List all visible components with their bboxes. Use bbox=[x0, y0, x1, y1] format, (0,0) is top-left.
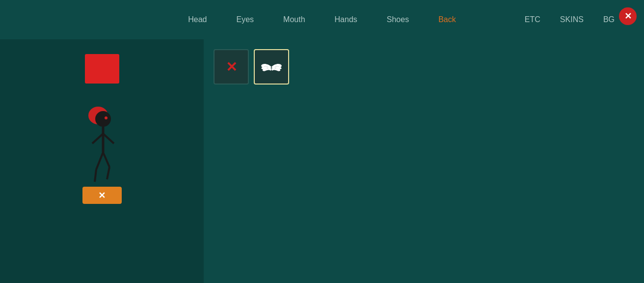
svg-line-6 bbox=[96, 152, 103, 170]
item-wing[interactable] bbox=[254, 49, 289, 85]
item-grid: ✕ bbox=[214, 49, 634, 85]
svg-line-5 bbox=[103, 134, 114, 143]
svg-point-1 bbox=[95, 111, 111, 127]
nav-hands[interactable]: Hands bbox=[335, 15, 357, 24]
nav-head[interactable]: Head bbox=[188, 15, 207, 24]
svg-line-9 bbox=[95, 170, 96, 182]
close-button[interactable] bbox=[619, 7, 637, 25]
nav-eyes[interactable]: Eyes bbox=[237, 15, 254, 24]
nav-etc[interactable]: ETC bbox=[525, 15, 540, 24]
nav-skins[interactable]: SKINS bbox=[560, 15, 584, 24]
nav-shoes[interactable]: Shoes bbox=[387, 15, 409, 24]
none-icon: ✕ bbox=[226, 59, 237, 75]
nav-bg[interactable]: BG bbox=[603, 15, 615, 24]
nav-mouth[interactable]: Mouth bbox=[283, 15, 305, 24]
right-navigation: ETC SKINS BG bbox=[525, 0, 615, 39]
svg-line-4 bbox=[92, 134, 103, 143]
character-svg bbox=[78, 98, 127, 197]
item-none[interactable]: ✕ bbox=[214, 49, 249, 85]
character-figure bbox=[78, 93, 127, 187]
nav-back[interactable]: Back bbox=[438, 15, 456, 24]
svg-point-2 bbox=[105, 116, 107, 119]
character-preview-panel: ✕ bbox=[0, 39, 204, 283]
item-selection-panel: ✕ bbox=[204, 39, 644, 283]
svg-line-7 bbox=[103, 152, 109, 167]
color-swatch[interactable] bbox=[85, 54, 119, 84]
wing-svg bbox=[260, 59, 283, 75]
svg-line-8 bbox=[107, 167, 109, 179]
